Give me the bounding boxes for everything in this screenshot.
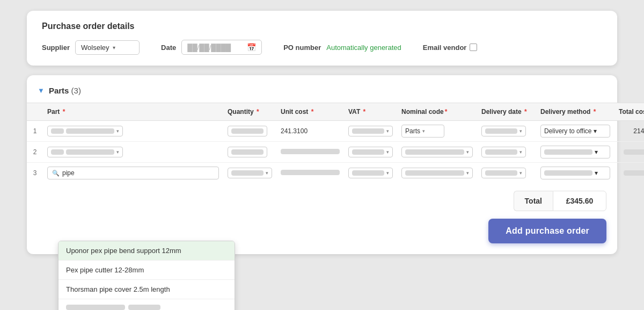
nominal-code-field-3: ▾ xyxy=(397,163,477,184)
delivery-method-value-1: Delivery to office xyxy=(544,127,591,135)
nominal-dropdown-2[interactable]: ▾ xyxy=(401,147,473,157)
table-header-row: Part * Quantity * Unit cost * VAT * Nomi… xyxy=(27,103,644,121)
vat-field-1: ▾ xyxy=(344,121,397,142)
supplier-label: Supplier xyxy=(42,44,70,52)
autocomplete-item-0[interactable]: Uponor pex pipe bend support 12mm xyxy=(58,241,235,260)
date-field-group: Date ██/██/████ 📅 xyxy=(161,40,262,55)
delivery-date-field-1: ▾ xyxy=(477,121,536,142)
del-date-dropdown-2[interactable]: ▾ xyxy=(481,147,526,157)
email-vendor-label: Email vendor xyxy=(423,44,467,52)
total-value: £345.60 xyxy=(553,191,606,211)
qty-skel xyxy=(231,128,264,134)
delivery-method-dropdown-1[interactable]: Delivery to office ▾ xyxy=(540,125,610,138)
chevron-down-icon: ▾ xyxy=(116,128,119,134)
vat-dropdown-2[interactable]: ▾ xyxy=(348,147,393,157)
chevron-down-icon: ▾ xyxy=(594,127,597,135)
chevron-down-icon: ▾ xyxy=(422,128,425,134)
vat-skel xyxy=(352,128,384,134)
col-part: Part * xyxy=(43,103,223,121)
nominal-code-field-1: Parts ▾ xyxy=(397,121,477,142)
po-details-title: Purchase order details xyxy=(42,21,602,31)
chevron-down-icon: ▾ xyxy=(386,170,389,176)
chevron-down-icon: ▾ xyxy=(519,149,522,155)
unit-cost-field-1: 241.3100 xyxy=(276,121,344,142)
del-date-dropdown-1[interactable]: ▾ xyxy=(481,126,526,136)
add-purchase-order-button[interactable]: Add purchase order xyxy=(488,219,606,243)
part-dropdown-1[interactable]: ▾ xyxy=(47,126,123,136)
delivery-method-field-3: ▾ xyxy=(536,163,614,184)
email-vendor-checkbox[interactable] xyxy=(470,44,477,51)
col-vat: VAT * xyxy=(344,103,397,121)
supplier-value: Wolseley xyxy=(81,44,109,52)
nominal-dropdown-3[interactable]: ▾ xyxy=(401,168,473,178)
po-number-value: Automatically generated xyxy=(326,44,401,52)
chevron-down-icon: ▾ xyxy=(519,128,522,134)
unit-cost-field-3 xyxy=(276,163,344,184)
part-dropdown-2[interactable]: ▾ xyxy=(47,147,123,157)
search-icon: 🔍 xyxy=(52,170,60,177)
col-total-cost: Total cost xyxy=(614,103,644,121)
part-skel-icon xyxy=(51,128,64,134)
part-search-field-3[interactable] xyxy=(62,169,214,177)
vat-dropdown-1[interactable]: ▾ xyxy=(348,126,393,136)
autocomplete-skel-row-1 xyxy=(58,299,235,310)
vat-dropdown-3[interactable]: ▾ xyxy=(348,168,393,178)
date-placeholder: ██/██/████ xyxy=(187,44,243,52)
total-label: Total xyxy=(514,191,553,211)
autocomplete-item-2[interactable]: Thorsman pipe cover 2.5m length xyxy=(58,280,235,299)
part-search-input-3[interactable]: 🔍 xyxy=(47,167,219,179)
parts-card: ▼ Parts (3) Part * Quantity * Unit cost … xyxy=(27,75,617,254)
col-quantity: Quantity * xyxy=(223,103,276,121)
qty-dropdown-3[interactable]: ▾ xyxy=(228,168,272,178)
chevron-down-icon: ▾ xyxy=(595,148,598,156)
part-field-3: 🔍 xyxy=(43,163,223,184)
del-date-skel xyxy=(485,128,517,134)
col-delivery-method: Delivery method * xyxy=(536,103,614,121)
col-delivery-date: Delivery date * xyxy=(477,103,536,121)
chevron-down-icon: ▾ xyxy=(595,169,598,177)
autocomplete-item-1[interactable]: Pex pipe cutter 12-28mm xyxy=(58,261,235,279)
date-input[interactable]: ██/██/████ 📅 xyxy=(181,40,262,55)
row-num: 1 xyxy=(27,121,43,142)
supplier-select[interactable]: Wolseley ▾ xyxy=(75,40,140,55)
po-details-card: Purchase order details Supplier Wolseley… xyxy=(27,11,617,66)
chevron-down-icon: ▾ xyxy=(266,170,268,176)
nominal-dropdown-1[interactable]: Parts ▾ xyxy=(401,125,444,138)
table-row: 3 🔍 ▾ xyxy=(27,163,644,184)
unit-cost-value-1: 241.3100 xyxy=(281,127,308,135)
autocomplete-dropdown: Uponor pex pipe bend support 12mm Pex pi… xyxy=(58,241,235,310)
row-num: 2 xyxy=(27,142,43,163)
total-row: Total £345.60 xyxy=(27,183,617,219)
quantity-field-2 xyxy=(223,142,276,163)
table-row: 2 ▾ xyxy=(27,142,644,163)
total-cost-value-1: 214.31 xyxy=(633,127,644,135)
chevron-down-icon: ▾ xyxy=(519,170,522,176)
email-vendor-field-group: Email vendor xyxy=(423,44,478,52)
table-row: 1 ▾ 241.3100 xyxy=(27,121,644,142)
del-date-dropdown-3[interactable]: ▾ xyxy=(481,168,526,178)
delivery-method-dropdown-3[interactable]: ▾ xyxy=(540,167,610,179)
chevron-down-icon: ▾ xyxy=(386,128,389,134)
part-field-2: ▾ xyxy=(43,142,223,163)
total-cost-cell-3 xyxy=(614,163,644,184)
vat-field-2: ▾ xyxy=(344,142,397,163)
date-label: Date xyxy=(161,44,176,52)
qty-dropdown-1[interactable] xyxy=(228,126,267,136)
supplier-field-group: Supplier Wolseley ▾ xyxy=(42,40,140,55)
parts-title: Parts (3) xyxy=(49,86,81,95)
delivery-method-field-1: Delivery to office ▾ xyxy=(536,121,614,142)
delivery-method-field-2: ▾ xyxy=(536,142,614,163)
quantity-field-3: ▾ xyxy=(223,163,276,184)
col-num xyxy=(27,103,43,121)
parts-table: Part * Quantity * Unit cost * VAT * Nomi… xyxy=(27,103,644,183)
parts-count: (3) xyxy=(71,86,81,95)
parts-header: ▼ Parts (3) xyxy=(27,86,617,103)
unit-cost-field-2 xyxy=(276,142,344,163)
row-num: 3 xyxy=(27,163,43,184)
vat-field-3: ▾ xyxy=(344,163,397,184)
delivery-method-dropdown-2[interactable]: ▾ xyxy=(540,146,610,158)
quantity-field-1 xyxy=(223,121,276,142)
col-nominal-code: Nominal code* xyxy=(397,103,477,121)
total-cost-cell-1: 214.31 xyxy=(614,121,644,142)
qty-dropdown-2[interactable] xyxy=(228,147,267,157)
